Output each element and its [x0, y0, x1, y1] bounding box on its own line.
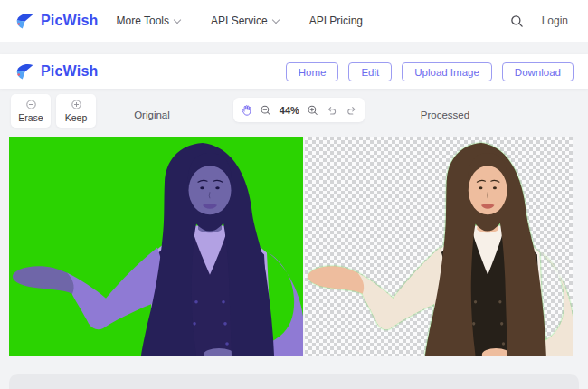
erase-tool-button[interactable]: Erase [11, 94, 51, 128]
processed-cutout [305, 137, 573, 356]
search-icon[interactable] [510, 14, 524, 28]
picwish-logo-icon [14, 62, 35, 82]
zoom-in-icon[interactable] [307, 104, 318, 117]
brand-name: PicWish [41, 63, 99, 80]
processed-canvas[interactable] [305, 137, 573, 356]
processed-panel-label: Processed [395, 109, 495, 120]
brand-name: PicWish [41, 13, 99, 29]
top-navbar: PicWish More Tools API Service API Prici… [0, 0, 588, 42]
plus-circle-icon [71, 99, 82, 110]
keep-tool-button[interactable]: Keep [56, 94, 96, 128]
nav-item-api-service[interactable]: API Service [211, 14, 279, 27]
original-canvas[interactable] [9, 137, 303, 356]
home-button[interactable]: Home [286, 62, 339, 81]
download-button[interactable]: Download [502, 62, 574, 81]
original-photo [9, 137, 303, 356]
minus-circle-icon [25, 99, 37, 110]
erase-label: Erase [18, 112, 43, 123]
picwish-logo[interactable]: PicWish [14, 11, 99, 32]
nav-item-api-pricing[interactable]: API Pricing [309, 14, 363, 27]
redo-icon[interactable] [346, 104, 357, 117]
original-panel-label: Original [102, 109, 202, 120]
picwish-logo-icon [14, 11, 35, 32]
hand-pan-tool-icon[interactable] [241, 104, 252, 117]
nav-menu: More Tools API Service API Pricing [117, 14, 364, 27]
edit-button[interactable]: Edit [348, 62, 392, 81]
zoom-out-icon[interactable] [260, 104, 271, 117]
chevron-down-icon [174, 15, 181, 23]
nav-item-more-tools[interactable]: More Tools [117, 14, 180, 27]
chevron-down-icon [271, 15, 279, 23]
login-link[interactable]: Login [542, 14, 568, 27]
editor-header: PicWish Home Edit Upload Image Download [0, 54, 588, 89]
undo-icon[interactable] [326, 104, 337, 117]
zoom-level-value: 44% [280, 105, 299, 116]
canvas-toolbar: 44% [233, 98, 365, 122]
upload-image-button[interactable]: Upload Image [402, 62, 492, 81]
editor-logo[interactable]: PicWish [14, 62, 99, 82]
bottom-panel-handle [9, 374, 579, 389]
keep-label: Keep [65, 112, 88, 123]
